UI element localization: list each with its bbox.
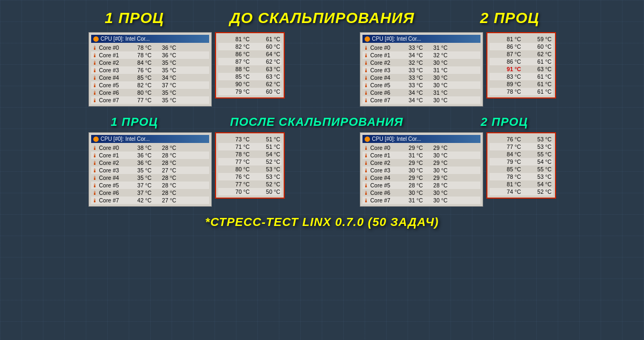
after-left-group: CPU [#0]: Intel Cor... 🌡Core #038 °C28 °…	[88, 132, 285, 207]
before-left-panel: CPU [#0]: Intel Cor... 🌡Core #078 °C36 °…	[88, 32, 212, 107]
thermometer-icon: 🌡	[364, 183, 369, 188]
list-item: 87 °C62 °C	[218, 58, 282, 65]
before-panels-row: CPU [#0]: Intel Cor... 🌡Core #078 °C36 °…	[0, 32, 644, 107]
thermometer-icon: 🌡	[92, 52, 98, 58]
after-left-title: CPU [#0]: Intel Cor...	[91, 135, 209, 143]
table-row: 🌡Core #232 °C30 °C	[362, 59, 480, 66]
before-right-highlighted: 81 °C59 °C86 °C60 °C87 °C62 °C86 °C61 °C…	[486, 32, 556, 99]
list-item: 79 °C54 °C	[490, 158, 553, 165]
thermometer-icon: 🌡	[364, 175, 369, 181]
table-row: 🌡Core #485 °C34 °C	[91, 74, 209, 81]
before-left-title: CPU [#0]: Intel Cor...	[91, 35, 209, 43]
list-item: 87 °C62 °C	[490, 50, 553, 58]
table-row: 🌡Core #136 °C28 °C	[91, 152, 209, 159]
thermometer-icon: 🌡	[92, 45, 98, 51]
list-item: 91 °C63 °C	[490, 65, 553, 73]
cpu-icon-3	[93, 137, 99, 142]
list-item: 78 °C54 °C	[218, 150, 282, 158]
top-left-label: 1 ПРОЦ	[81, 10, 188, 27]
list-item: 71 °C51 °C	[218, 143, 282, 150]
table-row: 🌡Core #178 °C36 °C	[91, 51, 209, 59]
list-item: 76 °C53 °C	[218, 173, 282, 180]
before-left-highlighted: 81 °C61 °C82 °C60 °C86 °C64 °C87 °C62 °C…	[215, 32, 285, 99]
thermometer-icon: 🌡	[92, 82, 98, 88]
table-row: 🌡Core #078 °C36 °C	[91, 44, 209, 51]
list-item: 84 °C55 °C	[490, 150, 553, 158]
list-item: 77 °C52 °C	[218, 158, 282, 165]
thermometer-icon: 🌡	[92, 168, 98, 173]
before-right-cores: 🌡Core #033 °C31 °C🌡Core #134 °C32 °C🌡Cor…	[362, 44, 480, 104]
list-item: 89 °C61 °C	[490, 80, 553, 88]
thermometer-icon: 🌡	[92, 60, 98, 66]
table-row: 🌡Core #680 °C35 °C	[91, 89, 209, 96]
list-item: 73 °C51 °C	[218, 135, 282, 143]
thermometer-icon: 🌡	[92, 190, 98, 196]
list-item: 88 °C63 °C	[218, 65, 282, 73]
thermometer-icon: 🌡	[364, 45, 369, 51]
thermometer-icon: 🌡	[92, 90, 98, 96]
table-row: 🌡Core #731 °C30 °C	[362, 197, 480, 204]
top-title-row: 1 ПРОЦ ДО СКАЛЬПИРОВАНИЯ 2 ПРОЦ	[0, 0, 644, 32]
table-row: 🌡Core #537 °C28 °C	[91, 182, 209, 189]
after-right-title: CPU [#0]: Intel Cor...	[362, 135, 480, 143]
cpu-icon-4	[365, 137, 370, 142]
table-row: 🌡Core #634 °C31 °C	[362, 89, 480, 96]
thermometer-icon: 🌡	[92, 153, 98, 158]
thermometer-icon: 🌡	[364, 198, 369, 203]
after-left-hl-values: 73 °C51 °C71 °C51 °C78 °C54 °C77 °C52 °C…	[218, 135, 282, 195]
thermometer-icon: 🌡	[364, 153, 369, 158]
before-right-title: CPU [#0]: Intel Cor...	[362, 35, 480, 43]
thermometer-icon: 🌡	[364, 145, 369, 151]
thermometer-icon: 🌡	[364, 168, 369, 173]
thermometer-icon: 🌡	[364, 90, 369, 96]
after-right-panel: CPU [#0]: Intel Cor... 🌡Core #029 °C29 °…	[360, 132, 483, 207]
list-item: 81 °C54 °C	[490, 180, 553, 188]
thermometer-icon: 🌡	[364, 160, 369, 166]
list-item: 86 °C60 °C	[490, 43, 553, 50]
after-panels-row: CPU [#0]: Intel Cor... 🌡Core #038 °C28 °…	[0, 132, 644, 207]
thermometer-icon: 🌡	[364, 82, 369, 88]
list-item: 70 °C50 °C	[218, 188, 282, 195]
table-row: 🌡Core #528 °C28 °C	[362, 182, 480, 189]
thermometer-icon: 🌡	[364, 60, 369, 66]
list-item: 76 °C53 °C	[490, 135, 553, 143]
top-center-label: ДО СКАЛЬПИРОВАНИЯ	[188, 10, 456, 27]
table-row: 🌡Core #134 °C32 °C	[362, 51, 480, 59]
list-item: 77 °C52 °C	[218, 180, 282, 188]
thermometer-icon: 🌡	[364, 190, 369, 196]
before-left-cores: 🌡Core #078 °C36 °C🌡Core #178 °C36 °C🌡Cor…	[91, 44, 209, 104]
list-item: 74 °C52 °C	[490, 188, 553, 195]
table-row: 🌡Core #335 °C27 °C	[91, 167, 209, 174]
table-row: 🌡Core #376 °C35 °C	[91, 66, 209, 74]
list-item: 78 °C53 °C	[490, 173, 553, 180]
table-row: 🌡Core #131 °C30 °C	[362, 152, 480, 159]
bottom-left-label: 1 ПРОЦ	[86, 115, 183, 129]
before-left-group: CPU [#0]: Intel Cor... 🌡Core #078 °C36 °…	[88, 32, 285, 107]
list-item: 90 °C62 °C	[218, 80, 282, 88]
after-right-cores: 🌡Core #029 °C29 °C🌡Core #131 °C30 °C🌡Cor…	[362, 144, 480, 204]
list-item: 80 °C53 °C	[218, 165, 282, 173]
top-right-label: 2 ПРОЦ	[456, 10, 564, 27]
thermometer-icon: 🌡	[364, 75, 369, 81]
thermometer-icon: 🌡	[92, 75, 98, 81]
after-right-hl-values: 76 °C53 °C77 °C53 °C84 °C55 °C79 °C54 °C…	[490, 135, 553, 195]
before-right-panel: CPU [#0]: Intel Cor... 🌡Core #033 °C31 °…	[360, 32, 483, 107]
table-row: 🌡Core #330 °C30 °C	[362, 167, 480, 174]
bottom-title-row: 1 ПРОЦ ПОСЛЕ СКАЛЬПИРОВАНИЯ 2 ПРОЦ	[0, 111, 644, 132]
list-item: 77 °C53 °C	[490, 143, 553, 150]
list-item: 82 °C60 °C	[218, 43, 282, 50]
bottom-center-label: ПОСЛЕ СКАЛЬПИРОВАНИЯ	[183, 115, 451, 129]
table-row: 🌡Core #734 °C30 °C	[362, 96, 480, 104]
before-right-hl-values: 81 °C59 °C86 °C60 °C87 °C62 °C86 °C61 °C…	[490, 35, 553, 95]
table-row: 🌡Core #433 °C30 °C	[362, 74, 480, 81]
after-left-cores: 🌡Core #038 °C28 °C🌡Core #136 °C28 °C🌡Cor…	[91, 144, 209, 204]
footer-text: *СТРЕСС-ТЕСТ LINX 0.7.0 (50 ЗАДАЧ)	[0, 211, 644, 229]
cpu-icon	[93, 36, 99, 42]
table-row: 🌡Core #333 °C31 °C	[362, 66, 480, 74]
list-item: 85 °C63 °C	[218, 73, 282, 80]
before-left-hl-values: 81 °C61 °C82 °C60 °C86 °C64 °C87 °C62 °C…	[218, 35, 282, 95]
list-item: 81 °C61 °C	[218, 35, 282, 43]
table-row: 🌡Core #582 °C37 °C	[91, 81, 209, 89]
table-row: 🌡Core #033 °C31 °C	[362, 44, 480, 51]
list-item: 86 °C61 °C	[490, 58, 553, 65]
